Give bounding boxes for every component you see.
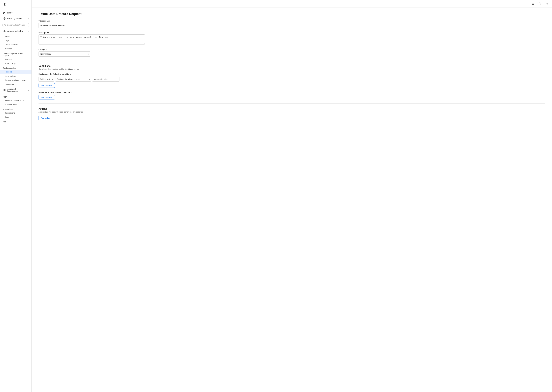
category-label: Category [38, 48, 545, 50]
category-select[interactable]: Notifications General Custom [38, 51, 90, 56]
sidebar-item-zendesk-support-apps[interactable]: Zendesk Support apps [0, 98, 31, 102]
sidebar-item-logs[interactable]: Logs [0, 115, 31, 119]
main-content: ‹ Mine Data Erasure Request Trigger name… [32, 7, 552, 392]
conditions-title: Conditions [38, 65, 545, 67]
add-condition-any-button[interactable]: Add condition [38, 95, 55, 99]
user-icon-button[interactable] [545, 1, 549, 6]
back-button[interactable]: ‹ [38, 13, 39, 15]
condition-operator-select[interactable]: Contains the following string Does not c… [55, 77, 91, 82]
svg-rect-4 [3, 31, 4, 32]
actions-title: Actions [38, 108, 545, 110]
actions-section: Actions Actions that will occur if globa… [38, 108, 545, 120]
svg-rect-7 [4, 89, 5, 90]
svg-rect-9 [4, 90, 5, 91]
category-section: Category Notifications General Custom ▾ [38, 48, 545, 56]
sidebar-item-recently-viewed[interactable]: Recently viewed ▾ [0, 16, 31, 21]
logo-area: Z [0, 0, 31, 10]
add-action-button[interactable]: Add action [38, 116, 52, 120]
sidebar-item-triggers[interactable]: Triggers [0, 70, 31, 74]
category-select-wrapper: Notifications General Custom ▾ [38, 51, 90, 56]
condition-field-select[interactable]: Subject text Body text [38, 77, 54, 82]
trigger-name-section: Trigger name [38, 20, 545, 28]
home-icon [3, 11, 6, 14]
sidebar-item-settings[interactable]: Settings [0, 47, 31, 51]
sidebar-item-integrations[interactable]: Integrations [0, 111, 31, 115]
svg-rect-8 [3, 90, 4, 91]
description-section: Description [38, 31, 545, 45]
svg-rect-5 [4, 31, 5, 32]
recently-viewed-label: Recently viewed [7, 17, 22, 20]
add-action-label: Add action [41, 117, 50, 119]
search-box[interactable] [2, 23, 29, 27]
add-condition-all-button[interactable]: Add condition [38, 83, 55, 88]
sidebar-item-sla[interactable]: Service level agreements [0, 78, 31, 82]
svg-text:Z: Z [4, 3, 6, 7]
apps-integrations-label: Apps and integrations [7, 88, 26, 92]
clock-icon [3, 17, 6, 20]
description-label: Description [38, 31, 545, 34]
svg-rect-13 [533, 4, 534, 5]
chevron-down-icon: ▾ [28, 18, 29, 20]
objects-rules-label: Objects and rules [7, 30, 23, 32]
sidebar-item-ticket-statuses[interactable]: Ticket statuses [0, 42, 31, 47]
sidebar-home-label: Home [7, 12, 13, 14]
apps-integrations-icon [3, 89, 6, 91]
condition-value-input[interactable] [92, 77, 119, 82]
grid-icon [532, 2, 534, 5]
svg-rect-10 [532, 3, 533, 3]
meet-any-block: Meet ANY of the following conditions Add… [38, 91, 545, 99]
sidebar-item-objects[interactable]: Objects [0, 57, 31, 61]
condition-row-1: Subject text Body text ▾ Contains the fo… [38, 77, 545, 82]
conditions-subtitle: Conditions that must be met for the trig… [38, 68, 545, 70]
sidebar-item-home[interactable]: Home [0, 10, 31, 16]
sidebar-item-relationships[interactable]: Relationships [0, 61, 31, 65]
page-title: Mine Data Erasure Request [41, 12, 81, 16]
svg-text:?: ? [540, 3, 540, 5]
help-icon-button[interactable]: ? [538, 1, 542, 6]
add-condition-any-label: Add condition [41, 96, 52, 98]
custom-objects-section-header: Custom objectsCustom objects [0, 51, 31, 57]
user-icon [545, 2, 548, 5]
description-input[interactable] [38, 35, 145, 44]
sidebar: Z Home Recently viewed ▾ Objects and rul… [0, 0, 32, 392]
objects-rules-icon [3, 30, 6, 33]
chevron-up2-icon: ▴ [28, 89, 29, 91]
sidebar-item-objects-rules[interactable]: Objects and rules ▴ [0, 28, 31, 34]
search-icon [4, 24, 6, 26]
svg-point-16 [546, 3, 547, 4]
svg-rect-11 [533, 3, 534, 3]
business-rules-section-header: Business rules [0, 65, 31, 70]
page-header: ‹ Mine Data Erasure Request [38, 12, 545, 16]
meet-any-label: Meet ANY of the following conditions [38, 91, 545, 93]
grid-icon-button[interactable] [531, 1, 535, 6]
condition-field-wrapper: Subject text Body text ▾ [38, 77, 54, 82]
api-section-header: API [0, 119, 31, 123]
sidebar-item-tags[interactable]: Tags [0, 38, 31, 42]
actions-subtitle: Actions that will occur if global condit… [38, 111, 545, 113]
sidebar-item-schedules[interactable]: Schedules [0, 82, 31, 86]
trigger-name-input[interactable] [38, 23, 145, 28]
sidebar-item-fields[interactable]: Fields [0, 34, 31, 38]
svg-rect-6 [3, 89, 4, 90]
apps-section-header: Apps [0, 94, 31, 98]
topbar: ? [32, 0, 552, 7]
add-condition-all-label: Add condition [41, 84, 52, 87]
conditions-section: Conditions Conditions that must be met f… [38, 65, 545, 99]
trigger-name-label: Trigger name [38, 20, 545, 22]
sidebar-item-automations[interactable]: Automations [0, 74, 31, 78]
sidebar-item-apps-integrations[interactable]: Apps and integrations ▴ [0, 86, 31, 94]
help-icon: ? [539, 2, 541, 5]
meet-all-label: Meet ALL of the following conditions [38, 73, 545, 75]
chevron-up-icon: ▴ [28, 30, 29, 32]
svg-rect-12 [532, 4, 533, 5]
sidebar-item-channel-apps[interactable]: Channel apps [0, 102, 31, 106]
integrations-section-header: Integrations [0, 106, 31, 111]
meet-all-block: Meet ALL of the following conditions Sub… [38, 73, 545, 88]
divider-1 [38, 61, 545, 61]
zendesk-logo: Z [3, 2, 8, 7]
search-input[interactable] [7, 24, 27, 26]
condition-operator-wrapper: Contains the following string Does not c… [55, 77, 91, 82]
